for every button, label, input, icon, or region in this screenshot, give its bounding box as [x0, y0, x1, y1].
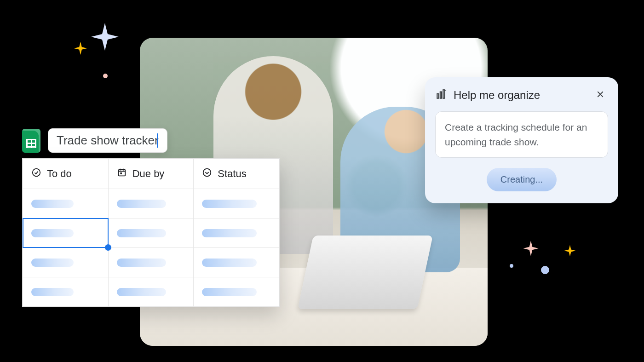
close-button[interactable] [592, 87, 608, 103]
cell[interactable] [108, 248, 194, 277]
cell[interactable] [108, 277, 194, 307]
column-header-todo[interactable]: To do [23, 159, 109, 189]
sparkle-icon [73, 40, 88, 56]
column-label: To do [47, 168, 72, 180]
column-header-dueby[interactable]: Due by [108, 159, 194, 189]
table-row [23, 189, 279, 218]
panel-title: Help me organize [454, 89, 586, 102]
cell[interactable] [23, 248, 109, 277]
column-header-status[interactable]: Status [194, 159, 279, 189]
cell[interactable] [23, 277, 109, 307]
column-label: Status [218, 168, 246, 180]
cell[interactable] [194, 248, 279, 277]
help-me-organize-panel: Help me organize Create a tracking sched… [425, 77, 618, 203]
calendar-icon [117, 167, 127, 180]
column-label: Due by [132, 168, 165, 180]
organize-sparkle-icon [435, 88, 447, 102]
sparkle-icon [88, 20, 121, 53]
document-name-input[interactable]: Trade show tracker [48, 128, 167, 153]
svg-rect-5 [440, 92, 442, 98]
dropdown-icon [202, 167, 212, 180]
svg-rect-6 [443, 90, 444, 98]
sparkle-icon [563, 244, 577, 258]
spreadsheet-preview: To do Due by S [22, 158, 280, 307]
close-icon [596, 89, 604, 101]
table-row [23, 277, 279, 307]
cell[interactable] [23, 189, 109, 218]
check-circle-icon [31, 167, 41, 180]
cell[interactable] [194, 189, 279, 218]
google-sheets-icon [22, 129, 40, 153]
svg-point-0 [33, 169, 40, 177]
cell[interactable] [194, 277, 279, 307]
cell[interactable] [194, 218, 279, 248]
cell[interactable] [108, 189, 194, 218]
svg-rect-4 [437, 94, 438, 98]
decorative-dot [103, 74, 108, 78]
svg-point-3 [203, 169, 211, 177]
table-row [23, 248, 279, 277]
cell[interactable] [108, 218, 194, 248]
svg-rect-2 [120, 172, 122, 174]
sparkle-icon [522, 239, 540, 258]
decorative-dot [510, 264, 513, 268]
table-row [23, 218, 279, 248]
selected-cell[interactable] [23, 218, 109, 248]
decorative-dot [541, 266, 549, 274]
creating-button[interactable]: Creating... [487, 168, 557, 191]
prompt-input[interactable]: Create a tracking schedule for an upcomi… [435, 111, 608, 158]
